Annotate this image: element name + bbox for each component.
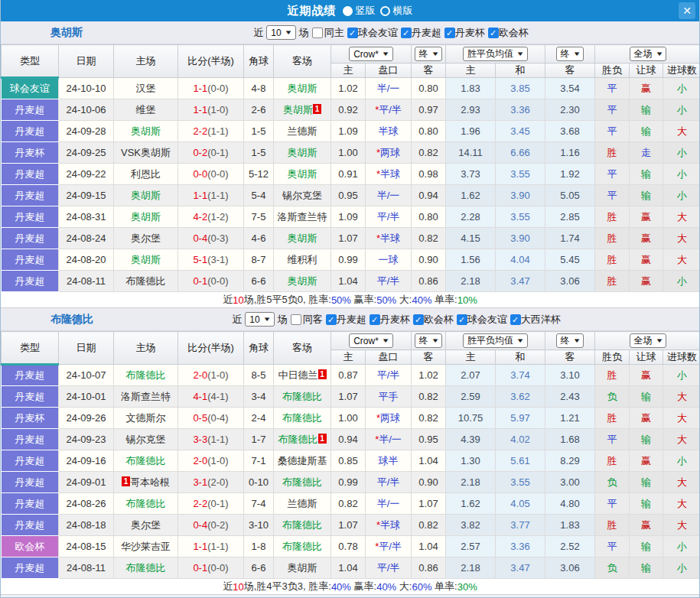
col-header-3[interactable]: 比分(半场) bbox=[178, 332, 244, 365]
match-date: 24-09-15 bbox=[59, 185, 114, 206]
same-venue-filter[interactable]: 同客 bbox=[291, 313, 323, 327]
result-goals: 小 bbox=[663, 536, 700, 557]
avg-home: 1.96 bbox=[446, 121, 496, 142]
league-filter-3[interactable]: ✓欧会杯 bbox=[488, 26, 529, 40]
col-header-0[interactable]: 类型 bbox=[2, 45, 59, 78]
same-venue-checkbox[interactable] bbox=[312, 28, 323, 38]
avg-away: 4.80 bbox=[545, 493, 595, 515]
corner-count: 4-8 bbox=[244, 78, 274, 99]
scope-select[interactable]: 全场▼ bbox=[630, 47, 667, 61]
avg-draw: 5.97 bbox=[496, 408, 545, 429]
handicap-line: 平/半 bbox=[366, 557, 412, 579]
result-handicap: 输 bbox=[630, 121, 663, 142]
crow-away-odds: 0.80 bbox=[412, 78, 446, 99]
chevron-down-icon: ▼ bbox=[655, 337, 663, 344]
league-checkbox[interactable]: ✓ bbox=[488, 28, 499, 38]
col-header-2[interactable]: 主场 bbox=[114, 45, 178, 78]
summary-segment: 场,胜5平5负0, 胜率: bbox=[244, 293, 331, 307]
col-header-2[interactable]: 主场 bbox=[114, 332, 178, 365]
col-header-5[interactable]: 客场 bbox=[274, 45, 331, 78]
chevron-down-icon: ▼ bbox=[262, 316, 271, 323]
league-checkbox[interactable]: ✓ bbox=[444, 28, 455, 38]
result-goals: 小 bbox=[663, 185, 700, 206]
handicap-text: 两球 bbox=[380, 147, 400, 158]
crow-away-odds: 0.82 bbox=[412, 408, 446, 429]
avg-away: 3.06 bbox=[545, 557, 595, 579]
col-header-5[interactable]: 客场 bbox=[274, 332, 331, 365]
team-name-text: 奥胡斯 bbox=[288, 83, 317, 94]
league-filter-3[interactable]: ✓球会友谊 bbox=[457, 313, 507, 327]
home-team: 维堡 bbox=[114, 99, 178, 121]
league-checkbox[interactable]: ✓ bbox=[347, 28, 358, 38]
same-venue-checkbox[interactable] bbox=[291, 314, 301, 325]
league-filter-4[interactable]: ✓大西洋杯 bbox=[510, 313, 561, 327]
team-name-text: 奥胡斯 bbox=[131, 254, 161, 265]
odds-source-select[interactable]: Crow*▼ bbox=[349, 47, 393, 61]
close-icon[interactable]: ✕ bbox=[679, 2, 695, 19]
radio-vertical[interactable]: 竖版 bbox=[343, 4, 376, 18]
handicap-line: *两球 bbox=[366, 408, 412, 429]
radio-horizontal[interactable]: 横版 bbox=[380, 4, 413, 18]
scope-select[interactable]: 全场▼ bbox=[630, 333, 667, 348]
avg-source-select[interactable]: 胜平负均值▼ bbox=[463, 47, 528, 61]
league-filter-0[interactable]: ✓球会友谊 bbox=[347, 26, 398, 40]
col-header-3[interactable]: 比分(半场) bbox=[178, 45, 244, 78]
league-checkbox[interactable]: ✓ bbox=[413, 314, 424, 325]
type-badge: 丹麦超 bbox=[2, 206, 59, 228]
avg-home: 4.15 bbox=[446, 228, 496, 249]
handicap-line: *半/一 bbox=[366, 429, 412, 450]
league-checkbox[interactable]: ✓ bbox=[326, 314, 337, 325]
summary-segment: 赢率: bbox=[351, 293, 376, 307]
match-count-select[interactable]: 10▼ bbox=[245, 312, 274, 327]
fulltime-score: 0-5 bbox=[193, 412, 207, 424]
odds-stage-select[interactable]: 终▼ bbox=[415, 47, 443, 61]
match-count-select[interactable]: 10▼ bbox=[266, 25, 295, 40]
corner-count: 1-8 bbox=[244, 536, 274, 557]
avg-away: 2.43 bbox=[545, 386, 595, 408]
avg-stage-select[interactable]: 终▼ bbox=[556, 47, 584, 61]
col-header-1[interactable]: 日期 bbox=[59, 332, 114, 365]
sub-header-0: 主 bbox=[331, 350, 366, 365]
league-filter-1[interactable]: ✓丹麦超 bbox=[401, 26, 441, 40]
result-handicap: 走 bbox=[630, 142, 663, 164]
odds-stage-select[interactable]: 终▼ bbox=[415, 333, 443, 348]
league-checkbox[interactable]: ✓ bbox=[370, 314, 380, 325]
summary-segment: 场,胜4平3负3, 胜率: bbox=[244, 580, 331, 593]
league-label: 丹麦杯 bbox=[455, 26, 485, 40]
score: 5-1(3-1) bbox=[178, 249, 244, 271]
same-venue-filter[interactable]: 同主 bbox=[312, 26, 344, 40]
result-wdl: 胜 bbox=[595, 142, 630, 164]
match-row: 丹麦超24-08-18奥尔堡0-4(0-2)3-10布隆德比1.07*半球0.8… bbox=[2, 515, 700, 536]
avg-draw: 3.85 bbox=[496, 78, 545, 99]
league-filter-1[interactable]: ✓丹麦杯 bbox=[370, 313, 410, 327]
crow-away-odds: 0.90 bbox=[412, 249, 446, 271]
league-checkbox[interactable]: ✓ bbox=[401, 28, 412, 38]
match-row: 丹麦超24-08-20奥胡斯5-1(3-1)8-7维积利0.99一球0.901.… bbox=[2, 249, 700, 271]
fulltime-score: 0-0 bbox=[193, 168, 207, 180]
team-name-text: 洛斯查兰特 bbox=[121, 391, 171, 402]
league-checkbox[interactable]: ✓ bbox=[510, 314, 521, 325]
league-filter-2[interactable]: ✓欧会杯 bbox=[413, 313, 454, 327]
red-card-badge: 1 bbox=[318, 434, 327, 444]
recent-results-window: 近期战绩 竖版 横版 ✕ 奥胡斯近10▼场同主✓球会友谊✓丹麦超✓丹麦杯✓欧会杯… bbox=[0, 0, 700, 598]
league-filter-0[interactable]: ✓丹麦超 bbox=[326, 313, 366, 327]
col-header-1[interactable]: 日期 bbox=[59, 45, 114, 78]
home-team: 奥尔堡 bbox=[114, 515, 178, 536]
crow-home-odds: 0.99 bbox=[331, 249, 366, 271]
col-header-0[interactable]: 类型 bbox=[2, 332, 59, 365]
col-header-4[interactable]: 角球 bbox=[244, 332, 274, 365]
summary-segment: 50% bbox=[331, 294, 351, 306]
crow-away-odds: 0.82 bbox=[412, 386, 446, 408]
league-checkbox[interactable]: ✓ bbox=[457, 314, 467, 325]
score: 3-1(2-0) bbox=[178, 472, 244, 493]
avg-draw: 3.74 bbox=[496, 365, 545, 386]
result-wdl: 胜 bbox=[595, 408, 630, 429]
results-table-布隆德比: 类型日期主场比分(半场)角球客场Crow*▼终▼胜平负均值▼终▼全场▼主盘口客主… bbox=[1, 331, 700, 579]
avg-source-select[interactable]: 胜平负均值▼ bbox=[463, 333, 528, 348]
near-label: 近 bbox=[253, 26, 263, 40]
avg-draw: 3.36 bbox=[496, 536, 545, 557]
avg-stage-select[interactable]: 终▼ bbox=[556, 333, 584, 348]
league-filter-2[interactable]: ✓丹麦杯 bbox=[444, 26, 485, 40]
col-header-4[interactable]: 角球 bbox=[244, 45, 274, 78]
odds-source-select[interactable]: Crow*▼ bbox=[349, 333, 393, 348]
